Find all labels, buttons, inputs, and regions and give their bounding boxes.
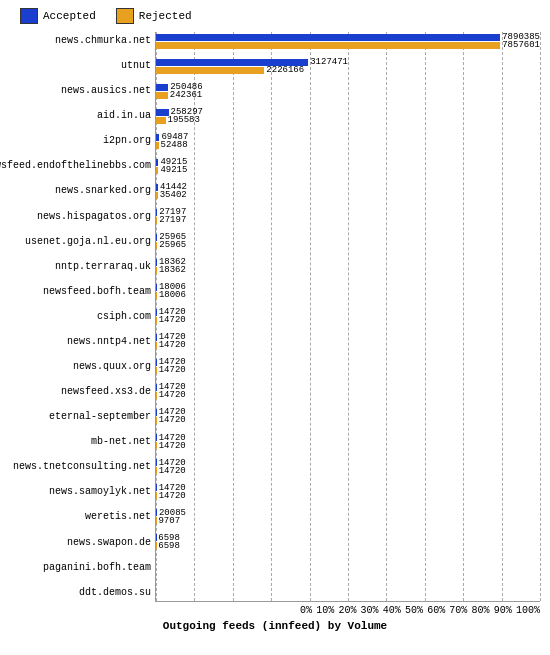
accepted-bar: [156, 184, 158, 191]
rejected-value: 14720: [159, 315, 186, 325]
rejected-value: 35402: [160, 190, 187, 200]
accepted-bar-line: 250486: [156, 83, 540, 91]
bar-row: 1472014720: [156, 382, 540, 400]
accepted-bar-line: 18362: [156, 258, 540, 266]
rejected-bar-line: 6598: [156, 542, 540, 550]
accepted-bar-line: 14720: [156, 459, 540, 467]
rejected-bar-line: 242361: [156, 91, 540, 99]
rejected-value: 52488: [161, 140, 188, 150]
rejected-bar: [156, 92, 168, 99]
rejected-bar: [156, 392, 157, 399]
rejected-label: Rejected: [139, 10, 192, 22]
y-label: news.ausics.net: [10, 82, 151, 100]
y-label: weretis.net: [10, 508, 151, 526]
rejected-bar: [156, 492, 157, 499]
bar-row: [156, 558, 540, 576]
rejected-bar-line: 14720: [156, 416, 540, 424]
accepted-bar: [156, 84, 168, 91]
bar-row: 1472014720: [156, 458, 540, 476]
rejected-bar: [156, 242, 157, 249]
rejected-value: 18362: [159, 265, 186, 275]
x-axis-label: 10%: [316, 605, 334, 616]
chart-area: news.chmurka.netutnutnews.ausics.netaid.…: [10, 32, 540, 602]
y-label: eternal-september: [10, 408, 151, 426]
y-label: utnut: [10, 57, 151, 75]
accepted-bar-line: 41442: [156, 183, 540, 191]
accepted-color-box: [20, 8, 38, 24]
bar-row: 250486242361: [156, 82, 540, 100]
rejected-value: 9707: [158, 516, 180, 526]
accepted-bar-line: 14720: [156, 358, 540, 366]
accepted-bar-line: 6598: [156, 534, 540, 542]
accepted-label: Accepted: [43, 10, 96, 22]
rejected-value: 242361: [170, 90, 202, 100]
legend-rejected: Rejected: [116, 8, 192, 24]
bar-row: 2719727197: [156, 207, 540, 225]
rejected-bar: [156, 342, 157, 349]
rejected-bar: [156, 217, 157, 224]
accepted-bar-line: 18006: [156, 283, 540, 291]
rejected-bar-line: 35402: [156, 191, 540, 199]
y-label: newsfeed.xs3.de: [10, 383, 151, 401]
y-label: news.samoylyk.net: [10, 483, 151, 501]
rejected-bar-line: 14720: [156, 391, 540, 399]
accepted-bar: [156, 384, 157, 391]
rejected-bar: [156, 292, 157, 299]
rejected-value: 14720: [159, 441, 186, 451]
rejected-bar: [156, 317, 157, 324]
rejected-bar: [156, 192, 158, 199]
accepted-bar-line: 14720: [156, 333, 540, 341]
accepted-bar: [156, 234, 157, 241]
rejected-bar-line: 18362: [156, 266, 540, 274]
bars-container: 7890385785760131274712226166250486242361…: [156, 32, 540, 601]
accepted-bar-line: 14720: [156, 434, 540, 442]
rejected-value: 7857601: [502, 40, 540, 50]
accepted-bar: [156, 209, 157, 216]
rejected-value: 2226166: [266, 65, 304, 75]
y-label: ddt.demos.su: [10, 584, 151, 602]
accepted-bar: [156, 134, 159, 141]
accepted-bar-line: 20085: [156, 509, 540, 517]
bar-row: 1472014720: [156, 357, 540, 375]
rejected-bar-line: 27197: [156, 216, 540, 224]
y-label: newsfeed.endofthelinebbs.com: [10, 157, 151, 175]
rejected-bar-line: 7857601: [156, 41, 540, 49]
rejected-value: 14720: [159, 340, 186, 350]
legend: Accepted Rejected: [10, 8, 540, 24]
bar-row: 31274712226166: [156, 57, 540, 75]
rejected-value: 14720: [159, 390, 186, 400]
rejected-value: 14720: [159, 365, 186, 375]
bar-row: 1472014720: [156, 332, 540, 350]
x-axis-labels: 0%10%20%30%40%50%60%70%80%90%100%: [155, 605, 540, 616]
bar-row: 4144235402: [156, 182, 540, 200]
y-label: i2pn.org: [10, 132, 151, 150]
accepted-bar: [156, 509, 157, 516]
y-label: mb-net.net: [10, 433, 151, 451]
bar-row: 200859707: [156, 508, 540, 526]
accepted-bar-line: [156, 559, 540, 567]
bar-row: 1472014720: [156, 483, 540, 501]
rejected-value: 6598: [158, 541, 180, 551]
rejected-bar: [156, 267, 157, 274]
rejected-value: 14720: [159, 491, 186, 501]
chart-container: Accepted Rejected news.chmurka.netutnutn…: [0, 0, 550, 655]
accepted-bar-line: 3127471: [156, 58, 540, 66]
legend-accepted: Accepted: [20, 8, 96, 24]
y-label: news.hispagatos.org: [10, 208, 151, 226]
x-axis-label: 30%: [361, 605, 379, 616]
x-axis-label: 60%: [427, 605, 445, 616]
y-label: news.quux.org: [10, 358, 151, 376]
accepted-bar-line: 69487: [156, 133, 540, 141]
chart-title: Outgoing feeds (innfeed) by Volume: [10, 620, 540, 632]
accepted-bar: [156, 459, 157, 466]
rejected-bar: [156, 67, 264, 74]
y-label: usenet.goja.nl.eu.org: [10, 233, 151, 251]
y-label: news.nntp4.net: [10, 333, 151, 351]
accepted-bar-line: 14720: [156, 383, 540, 391]
rejected-bar-line: 52488: [156, 141, 540, 149]
accepted-bar: [156, 359, 157, 366]
rejected-value: 195583: [168, 115, 200, 125]
rejected-bar-line: 14720: [156, 316, 540, 324]
rejected-bar: [156, 367, 157, 374]
y-label: news.snarked.org: [10, 182, 151, 200]
